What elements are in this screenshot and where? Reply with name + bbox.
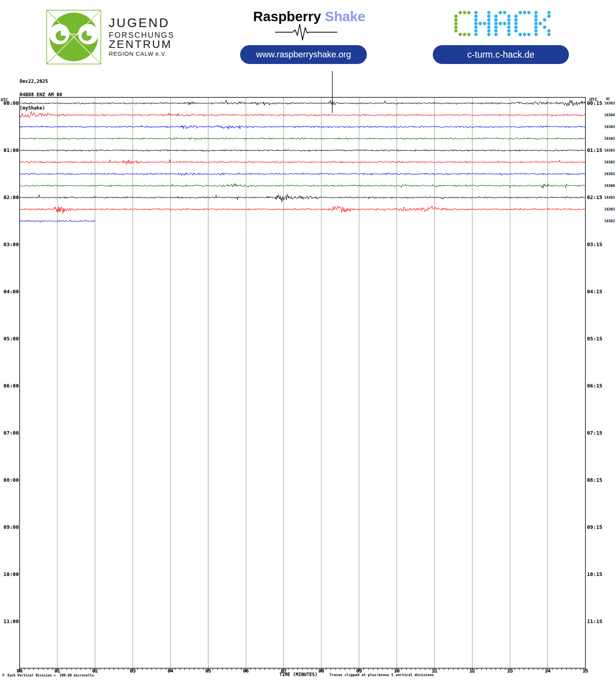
right-hour-label: 11:15 [587, 619, 602, 624]
dc-value-label: 16303 [604, 172, 615, 176]
raspberryshake-url-button[interactable]: www.raspberryshake.org [240, 45, 367, 64]
dc-value-label: 16303 [604, 137, 615, 141]
left-hour-label: 04:00 [0, 289, 19, 294]
right-hour-label: 05:15 [587, 336, 602, 341]
minute-label: 02 [87, 669, 103, 673]
right-hour-label: 01:15 [587, 148, 602, 153]
raspberry-shake-wordmark-blue: Shake [325, 9, 365, 24]
right-hour-label: 04:15 [587, 289, 602, 294]
c-hack-logo [453, 9, 555, 39]
right-hour-label: 09:15 [587, 525, 602, 530]
dc-value-label: 16304 [604, 113, 615, 117]
seismo-wave-icon [275, 23, 341, 42]
dc-value-label: 16303 [604, 125, 615, 129]
minute-label: 13 [502, 669, 518, 673]
left-hour-label: 00:00 [0, 101, 19, 106]
minute-label: 04 [163, 669, 179, 673]
right-hour-label: 03:15 [587, 242, 602, 247]
left-hour-label: 08:00 [0, 478, 19, 483]
station-network: (myShake) [20, 105, 45, 111]
minute-label: 06 [238, 669, 254, 673]
dc-value-label: 16303 [604, 207, 615, 211]
dc-value-label: 16306 [604, 184, 615, 188]
dc-value-label: 16303 [604, 219, 615, 223]
minute-label: 05 [200, 669, 216, 673]
dc-header: DC [606, 97, 610, 101]
clip-note: Traces clipped at plus/minus 5 vertical … [330, 673, 434, 677]
right-hour-label: 00:15 [587, 101, 602, 106]
dc-value-label: 16303 [604, 101, 615, 105]
station-info: Dec22,2025 R4B88 EHZ AM 00 (myShake) [20, 78, 62, 112]
left-hour-label: 09:00 [0, 525, 19, 530]
minute-label: 12 [465, 669, 480, 673]
left-hour-label: 06:00 [0, 384, 19, 388]
minute-label: 01 [49, 669, 65, 673]
helicorder-plot [0, 0, 616, 680]
minute-label: 03 [125, 669, 140, 673]
right-hour-label: 10:15 [587, 572, 602, 577]
left-hour-label: 05:00 [0, 336, 19, 341]
minute-label: 15 [578, 669, 593, 673]
jfz-owl-logo-icon [46, 10, 101, 64]
jfz-title-line4: REGION CALW e.V. [109, 50, 167, 57]
right-hour-label: 06:15 [587, 384, 602, 388]
raspberry-shake-wordmark-black: Raspberry [253, 9, 321, 24]
scale-note: Each Vertical Division = 200.00 microvol… [7, 673, 94, 677]
left-hour-label: 10:00 [0, 572, 19, 577]
dc-value-label: 16303 [604, 160, 615, 164]
station-date: Dec22,2025 [20, 79, 48, 84]
left-hour-label: 03:00 [0, 242, 19, 247]
right-hour-label: 07:15 [587, 431, 602, 435]
c-hack-url-button[interactable]: c-turm.c-hack.de [433, 45, 569, 64]
x-axis-title: TIME (MINUTES) [279, 672, 317, 677]
minute-label: 00 [12, 669, 27, 673]
left-hour-label: 02:00 [0, 195, 19, 200]
minute-label: 14 [540, 669, 556, 673]
left-hour-label: 11:00 [0, 619, 19, 624]
jfz-title-line3: ZENTRUM [109, 38, 172, 51]
right-hour-label: 08:15 [587, 478, 602, 483]
dc-value-label: 16303 [604, 196, 615, 199]
helicorder-page: JUGEND FORSCHUNGS ZENTRUM REGION CALW e.… [0, 0, 616, 680]
raspberry-shake-wordmark: Raspberry Shake [248, 9, 370, 24]
left-hour-label: 07:00 [0, 431, 19, 435]
left-hour-label: 01:00 [0, 148, 19, 153]
right-hour-label: 02:15 [587, 195, 602, 200]
micro-symbol: µ [2, 673, 4, 676]
jfz-title-line1: JUGEND [109, 16, 170, 30]
station-id: R4B88 EHZ AM 00 [20, 92, 62, 97]
dc-value-label: 16303 [604, 148, 615, 152]
